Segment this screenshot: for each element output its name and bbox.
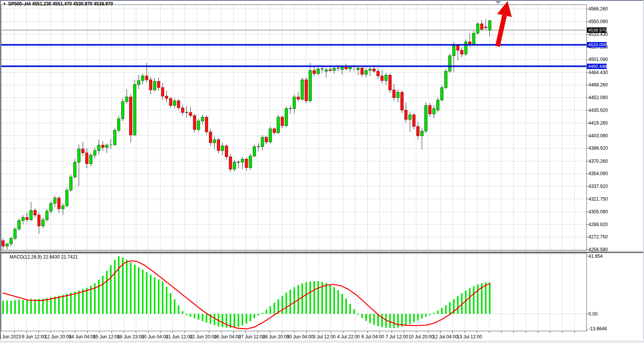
price-tick-label: 4435.920 [589,108,608,113]
date-tick-label: 12 Jul 04:00 [433,334,458,340]
date-tick-label: 12 Jun 20:00 [45,334,71,340]
price-tick-label: 4452.090 [589,95,608,100]
date-tick-label: 20 Jun 04:00 [141,334,168,340]
price-tick-label: 4370.260 [589,159,608,164]
price-tick-label: 4354.090 [589,171,608,176]
price-tick-label: 4305.090 [589,209,608,215]
date-tick-label: 30 Jun 04:00 [287,334,313,340]
macd-tick-label: -13.6646 [589,326,607,331]
chart-canvas[interactable] [0,0,644,343]
status-strip [0,341,644,343]
date-tick-label: 21 Jun 12:00 [166,334,192,340]
price-tick-label: 4386.920 [589,145,608,151]
date-tick-label: 9 Jun 12:00 [22,334,46,340]
date-tick-label: 4 Jul 22:00 [337,334,360,340]
date-tick-label: 6 Jul 04:00 [362,334,384,340]
price-tick-label: 4501.090 [589,57,608,62]
price-tick-label: 4484.430 [589,70,608,75]
window-border-top [0,0,644,1]
date-tick-label: 15 Jun 12:00 [93,334,119,340]
hline-price-tag: 4520.000 [587,42,607,47]
date-tick-label: 8 Jun 2023 [0,334,21,340]
ohlc-readout: 4551.230 4551.470 4530.970 4538.970 [32,1,113,7]
price-tick-label: 4256.580 [589,247,608,252]
macd-tick-label: 0.00 [589,311,597,317]
date-tick-label: 10 Jul 20:00 [409,334,434,340]
date-tick-label: 7 Jul 12:00 [385,334,408,340]
date-tick-label: 26 Jun 04:00 [214,334,240,340]
date-tick-label: 14 Jun 04:00 [69,334,96,340]
chart-title-overlay: ▼SP500-,H4 4551.230 4551.470 4530.970 45… [3,1,113,7]
date-tick-label: 28 Jun 20:00 [262,334,289,340]
price-tick-label: 4288.920 [589,222,608,227]
chart-window: ▼SP500-,H4 4551.230 4551.470 4530.970 45… [0,0,644,343]
macd-name: MACD(12,26,9) [10,254,42,260]
date-tick-label: 3 Jul 12:00 [313,334,336,340]
current-price-tag: 4538.970 [587,27,607,33]
price-tick-label: 4468.260 [589,82,608,88]
macd-tick-label: 41.654 [589,253,603,259]
macd-indicator-label: MACD(12,26,9) 22.6430 21.7421 [10,254,78,260]
date-tick-label: 27 Jun 12:00 [238,334,265,340]
price-tick-label: 4550.090 [589,19,608,24]
price-tick-label: 4272.750 [589,234,608,240]
macd-values: 22.6430 21.7421 [43,254,78,260]
hline-price-tag: 4492.448 [587,64,607,69]
date-tick-label: 13 Jul 12:00 [457,334,482,340]
price-tick-label: 4337.920 [589,184,608,189]
chevron-down-icon[interactable]: ▼ [3,2,6,6]
date-tick-label: 18 Jun 23:00 [117,334,144,340]
price-axis[interactable] [587,5,610,331]
price-tick-label: 4566.260 [589,6,608,12]
date-tick-label: 22 Jun 20:00 [190,334,217,340]
window-border-left [0,0,1,340]
price-tick-label: 4419.260 [589,120,608,126]
symbol-period-label: SP500-,H4 [8,1,31,7]
price-tick-label: 4403.090 [589,133,608,139]
price-tick-label: 4321.750 [589,196,608,202]
